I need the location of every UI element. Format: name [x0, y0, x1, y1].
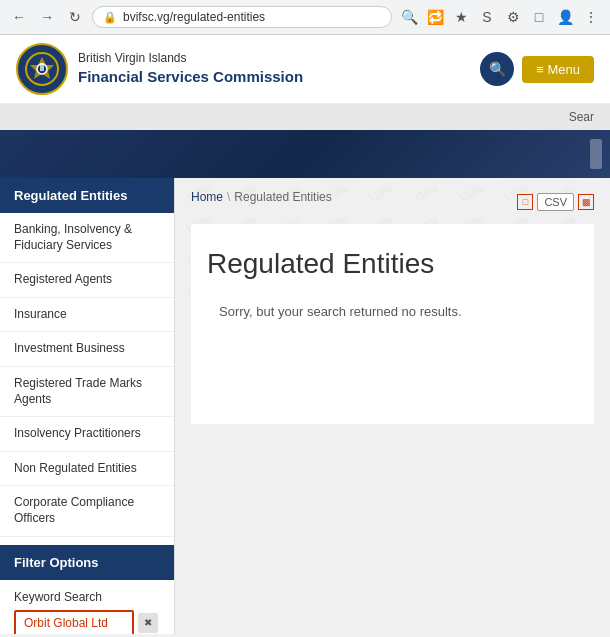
content-area: Regulated Entities Banking, Insolvency &…: [0, 178, 610, 634]
logo-area: British Virgin Islands Financial Service…: [16, 43, 303, 95]
bookmark-icon[interactable]: ★: [450, 6, 472, 28]
csv-export-button[interactable]: CSV: [537, 193, 574, 211]
export-toolbar: □ CSV ▩: [517, 193, 594, 211]
csv-label: CSV: [544, 196, 567, 208]
breadcrumb-home[interactable]: Home: [191, 190, 223, 204]
profile-icon[interactable]: 👤: [554, 6, 576, 28]
search-hint-text: Sear: [569, 110, 594, 124]
sidebar-item-non-regulated[interactable]: Non Regulated Entities: [0, 452, 174, 487]
org-line1: British Virgin Islands: [78, 51, 303, 67]
main-panel: Regulated Entities Sorry, but your searc…: [191, 224, 594, 424]
keyword-search-input[interactable]: [14, 610, 134, 634]
forward-button[interactable]: →: [36, 6, 58, 28]
sidebar-heading: Regulated Entities: [0, 178, 174, 213]
browser-chrome: ← → ↻ 🔒 bvifsc.vg/regulated-entities 🔍 🔁…: [0, 0, 610, 35]
url-text: bvifsc.vg/regulated-entities: [123, 10, 381, 24]
filter-clear-button[interactable]: ✖: [138, 613, 158, 633]
back-button[interactable]: ←: [8, 6, 30, 28]
puzzle-icon[interactable]: ⚙: [502, 6, 524, 28]
no-results-message: Sorry, but your search returned no resul…: [207, 292, 578, 331]
logo-image: [16, 43, 68, 95]
filter-section: Keyword Search ✖: [0, 580, 174, 634]
lock-icon: 🔒: [103, 11, 117, 24]
sidebar-item-trade-marks[interactable]: Registered Trade Marks Agents: [0, 367, 174, 417]
site-header: British Virgin Islands Financial Service…: [0, 35, 610, 104]
breadcrumb: Home \ Regulated Entities: [191, 190, 332, 204]
browser-toolbar: ← → ↻ 🔒 bvifsc.vg/regulated-entities 🔍 🔁…: [0, 0, 610, 34]
reload-button[interactable]: ↻: [64, 6, 86, 28]
toolbar-icons: 🔍 🔁 ★ S ⚙ □ 👤 ⋮: [398, 6, 602, 28]
page-title: Regulated Entities: [207, 248, 578, 280]
print-icon[interactable]: ▩: [578, 194, 594, 210]
sidebar-item-corporate-compliance[interactable]: Corporate Compliance Officers: [0, 486, 174, 536]
filter-input-row: ✖: [14, 610, 160, 634]
header-search-button[interactable]: 🔍: [480, 52, 514, 86]
extension1-icon[interactable]: S: [476, 6, 498, 28]
menu-button[interactable]: ≡ Menu: [522, 56, 594, 83]
sidebar-item-insurance[interactable]: Insurance: [0, 298, 174, 333]
menu-label: ≡ Menu: [536, 62, 580, 77]
page-wrapper: British Virgin Islands Financial Service…: [0, 35, 610, 634]
share-icon[interactable]: 🔁: [424, 6, 446, 28]
sidebar-item-banking[interactable]: Banking, Insolvency & Fiduciary Services: [0, 213, 174, 263]
search-bar-hint: Sear: [0, 104, 610, 130]
more-icon[interactable]: ⋮: [580, 6, 602, 28]
breadcrumb-current: Regulated Entities: [234, 190, 331, 204]
window-icon[interactable]: □: [528, 6, 550, 28]
sidebar-item-registered-agents[interactable]: Registered Agents: [0, 263, 174, 298]
sidebar-item-insolvency[interactable]: Insolvency Practitioners: [0, 417, 174, 452]
main-content: 110%110%110%110%110%110% 110%110%110%110…: [175, 178, 610, 634]
header-nav: 🔍 ≡ Menu: [480, 52, 594, 86]
hero-banner: [0, 130, 610, 178]
filter-options-heading: Filter Options: [0, 545, 174, 580]
org-line2: Financial Services Commission: [78, 67, 303, 87]
logo-text: British Virgin Islands Financial Service…: [78, 51, 303, 86]
hero-scrollbar[interactable]: [590, 139, 602, 169]
address-bar[interactable]: 🔒 bvifsc.vg/regulated-entities: [92, 6, 392, 28]
breadcrumb-separator: \: [227, 190, 230, 204]
sidebar: Regulated Entities Banking, Insolvency &…: [0, 178, 175, 634]
svg-rect-3: [40, 63, 44, 71]
sidebar-item-investment[interactable]: Investment Business: [0, 332, 174, 367]
search-icon[interactable]: 🔍: [398, 6, 420, 28]
csv-export-icon: □: [517, 194, 533, 210]
keyword-search-label: Keyword Search: [14, 590, 160, 604]
